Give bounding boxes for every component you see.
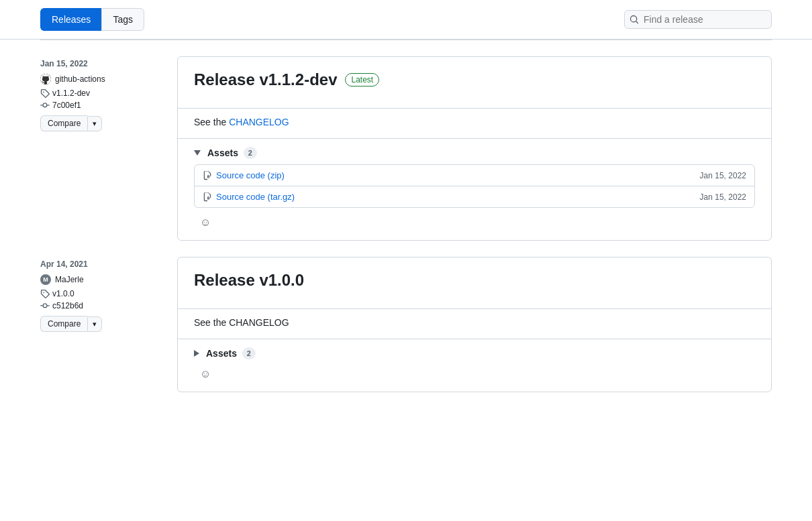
release-card-v100: Release v1.0.0 See the CHANGELOG Assets … — [177, 257, 772, 392]
release-title-row: Release v1.1.2-dev Latest — [194, 70, 755, 89]
release-body: See the CHANGELOG — [178, 309, 771, 339]
compare-main-btn[interactable]: Compare — [40, 316, 87, 332]
release-title: Release v1.1.2-dev — [194, 70, 337, 89]
tag-name: v1.0.0 — [52, 289, 74, 298]
release-commit: 7c00ef1 — [40, 101, 161, 110]
tab-releases[interactable]: Releases — [40, 8, 101, 31]
assets-label: Assets — [207, 148, 238, 158]
tab-tags[interactable]: Tags — [101, 8, 144, 31]
release-commit: c512b6d — [40, 301, 161, 310]
assets-header[interactable]: Assets 2 — [194, 147, 755, 159]
asset-item: Source code (tar.gz) Jan 15, 2022 — [195, 186, 754, 207]
asset-zip-label: Source code (zip) — [216, 170, 285, 180]
release-header: Release v1.1.2-dev Latest — [178, 57, 771, 109]
assets-count: 2 — [244, 147, 257, 159]
main-content: Jan 15, 2022 github-actions v1.1.2-dev — [0, 40, 812, 424]
release-meta-v112dev: Jan 15, 2022 github-actions v1.1.2-dev — [40, 56, 161, 241]
release-date: Jan 15, 2022 — [40, 59, 161, 68]
assets-count: 2 — [242, 347, 256, 359]
commit-hash: 7c00ef1 — [52, 101, 81, 110]
asset-tar-label: Source code (tar.gz) — [216, 192, 295, 202]
body-prefix: See the — [194, 117, 229, 127]
search-input[interactable] — [624, 10, 772, 29]
asset-tar-date: Jan 15, 2022 — [700, 192, 746, 202]
avatar — [40, 74, 51, 84]
release-title: Release v1.0.0 — [194, 271, 304, 290]
assets-header[interactable]: Assets 2 — [194, 347, 755, 359]
compare-main-btn[interactable]: Compare — [40, 115, 87, 131]
changelog-link[interactable]: CHANGELOG — [229, 117, 289, 127]
search-box — [624, 10, 772, 29]
assets-section: Assets 2 ☺ — [178, 339, 771, 392]
release-author: M MaJerle — [40, 274, 161, 285]
release-tag: v1.0.0 — [40, 289, 161, 298]
avatar: M — [40, 274, 51, 285]
release-card-v112dev: Release v1.1.2-dev Latest See the CHANGE… — [177, 56, 772, 241]
tab-group: Releases Tags — [40, 8, 144, 31]
release-meta-v100: Apr 14, 2021 M MaJerle v1.0.0 c512b6d Co… — [40, 257, 161, 392]
asset-zip-link[interactable]: Source code (zip) — [203, 170, 285, 180]
body-prefix: See the CHANGELOG — [194, 317, 289, 328]
release-author: github-actions — [40, 74, 161, 84]
compare-btn: Compare ▾ — [40, 115, 161, 131]
release-body: See the CHANGELOG — [178, 109, 771, 138]
top-bar: Releases Tags — [0, 0, 812, 40]
commit-hash: c512b6d — [52, 301, 83, 310]
asset-tar-link[interactable]: Source code (tar.gz) — [203, 192, 295, 202]
release-date: Apr 14, 2021 — [40, 259, 161, 269]
assets-list: Source code (zip) Jan 15, 2022 Source co… — [194, 164, 755, 208]
compare-btn: Compare ▾ — [40, 316, 161, 332]
assets-section: Assets 2 Source code (zip) Jan 15, 2022 — [178, 138, 771, 240]
assets-label: Assets — [206, 348, 237, 359]
assets-toggle-icon — [194, 350, 199, 357]
search-icon — [629, 15, 639, 24]
emoji-button[interactable]: ☺ — [194, 213, 217, 232]
emoji-button[interactable]: ☺ — [194, 365, 217, 384]
asset-zip-date: Jan 15, 2022 — [700, 171, 746, 180]
release-row: Apr 14, 2021 M MaJerle v1.0.0 c512b6d Co… — [40, 257, 772, 392]
latest-badge: Latest — [345, 73, 379, 86]
release-tag: v1.1.2-dev — [40, 89, 161, 98]
release-row: Jan 15, 2022 github-actions v1.1.2-dev — [40, 56, 772, 241]
asset-item: Source code (zip) Jan 15, 2022 — [195, 165, 754, 186]
release-title-row: Release v1.0.0 — [194, 271, 755, 290]
compare-caret-btn[interactable]: ▾ — [87, 316, 102, 332]
assets-toggle-icon — [194, 150, 201, 156]
release-header: Release v1.0.0 — [178, 257, 771, 309]
author-name: MaJerle — [55, 275, 84, 284]
compare-caret-btn[interactable]: ▾ — [87, 116, 102, 131]
tag-name: v1.1.2-dev — [52, 89, 90, 98]
author-name: github-actions — [55, 74, 105, 84]
